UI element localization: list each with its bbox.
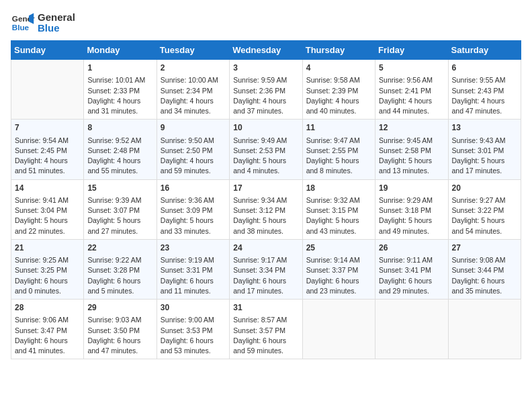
calendar-cell: 24Sunrise: 9:17 AM Sunset: 3:34 PM Dayli… [230,239,302,299]
day-number: 13 [452,122,517,134]
day-number: 2 [161,62,226,74]
col-header-thursday: Thursday [302,41,375,60]
calendar-cell: 14Sunrise: 9:41 AM Sunset: 3:04 PM Dayli… [11,179,84,239]
calendar-cell: 25Sunrise: 9:14 AM Sunset: 3:37 PM Dayli… [302,239,375,299]
day-detail: Sunrise: 10:01 AM Sunset: 2:33 PM Daylig… [87,75,152,116]
day-number: 28 [15,302,80,314]
day-number: 8 [87,122,152,134]
svg-text:Blue: Blue [12,23,30,32]
day-detail: Sunrise: 9:56 AM Sunset: 2:41 PM Dayligh… [379,75,444,116]
day-number: 6 [452,62,517,74]
calendar-cell: 27Sunrise: 9:08 AM Sunset: 3:44 PM Dayli… [448,239,521,299]
day-detail: Sunrise: 9:50 AM Sunset: 2:50 PM Dayligh… [161,136,226,177]
day-detail: Sunrise: 9:39 AM Sunset: 3:07 PM Dayligh… [87,195,152,236]
day-number: 16 [161,183,226,194]
day-detail: Sunrise: 9:32 AM Sunset: 3:15 PM Dayligh… [306,195,371,236]
calendar-cell: 8Sunrise: 9:52 AM Sunset: 2:48 PM Daylig… [84,120,157,179]
calendar-cell: 1Sunrise: 10:01 AM Sunset: 2:33 PM Dayli… [84,60,157,120]
day-number: 11 [306,122,371,134]
day-detail: Sunrise: 9:36 AM Sunset: 3:09 PM Dayligh… [161,195,226,236]
day-detail: Sunrise: 9:22 AM Sunset: 3:28 PM Dayligh… [87,255,152,296]
day-number: 15 [87,183,152,194]
day-detail: Sunrise: 9:43 AM Sunset: 3:01 PM Dayligh… [452,136,517,177]
day-number: 24 [233,242,298,254]
day-detail: Sunrise: 10:00 AM Sunset: 2:34 PM Daylig… [161,75,226,116]
calendar-cell: 12Sunrise: 9:45 AM Sunset: 2:58 PM Dayli… [375,120,448,179]
day-detail: Sunrise: 9:11 AM Sunset: 3:41 PM Dayligh… [379,255,444,296]
day-detail: Sunrise: 9:52 AM Sunset: 2:48 PM Dayligh… [87,136,152,177]
col-header-wednesday: Wednesday [230,41,302,60]
calendar-cell: 2Sunrise: 10:00 AM Sunset: 2:34 PM Dayli… [157,60,229,120]
day-number: 29 [87,302,152,314]
day-detail: Sunrise: 9:14 AM Sunset: 3:37 PM Dayligh… [306,255,371,296]
calendar-cell: 16Sunrise: 9:36 AM Sunset: 3:09 PM Dayli… [157,179,229,239]
day-number: 1 [87,62,152,74]
page-header: General Blue General Blue [11,11,521,35]
day-detail: Sunrise: 9:06 AM Sunset: 3:47 PM Dayligh… [15,315,80,356]
calendar-cell: 30Sunrise: 9:00 AM Sunset: 3:53 PM Dayli… [157,300,229,359]
day-number: 19 [379,183,444,194]
day-detail: Sunrise: 9:49 AM Sunset: 2:53 PM Dayligh… [233,136,298,177]
calendar-cell: 20Sunrise: 9:27 AM Sunset: 3:22 PM Dayli… [448,179,521,239]
day-number: 3 [233,62,298,74]
calendar-cell: 9Sunrise: 9:50 AM Sunset: 2:50 PM Daylig… [157,120,229,179]
day-detail: Sunrise: 9:59 AM Sunset: 2:36 PM Dayligh… [233,75,298,116]
calendar-cell [302,300,375,359]
day-detail: Sunrise: 9:34 AM Sunset: 3:12 PM Dayligh… [233,195,298,236]
day-detail: Sunrise: 9:41 AM Sunset: 3:04 PM Dayligh… [15,195,80,236]
day-number: 25 [306,242,371,254]
day-detail: Sunrise: 9:08 AM Sunset: 3:44 PM Dayligh… [452,255,517,296]
calendar-cell: 22Sunrise: 9:22 AM Sunset: 3:28 PM Dayli… [84,239,157,299]
calendar-cell: 26Sunrise: 9:11 AM Sunset: 3:41 PM Dayli… [375,239,448,299]
logo-icon: General Blue [11,11,35,35]
day-detail: Sunrise: 9:27 AM Sunset: 3:22 PM Dayligh… [452,195,517,236]
calendar-table: SundayMondayTuesdayWednesdayThursdayFrid… [11,40,521,359]
calendar-cell [375,300,448,359]
calendar-cell: 21Sunrise: 9:25 AM Sunset: 3:25 PM Dayli… [11,239,84,299]
calendar-cell: 11Sunrise: 9:47 AM Sunset: 2:55 PM Dayli… [302,120,375,179]
calendar-cell: 23Sunrise: 9:19 AM Sunset: 3:31 PM Dayli… [157,239,229,299]
day-detail: Sunrise: 9:29 AM Sunset: 3:18 PM Dayligh… [379,195,444,236]
calendar-cell: 5Sunrise: 9:56 AM Sunset: 2:41 PM Daylig… [375,60,448,120]
col-header-saturday: Saturday [448,41,521,60]
day-detail: Sunrise: 9:00 AM Sunset: 3:53 PM Dayligh… [161,315,226,356]
calendar-cell: 28Sunrise: 9:06 AM Sunset: 3:47 PM Dayli… [11,300,84,359]
calendar-cell: 31Sunrise: 8:57 AM Sunset: 3:57 PM Dayli… [230,300,302,359]
day-detail: Sunrise: 9:55 AM Sunset: 2:43 PM Dayligh… [452,75,517,116]
calendar-cell: 4Sunrise: 9:58 AM Sunset: 2:39 PM Daylig… [302,60,375,120]
col-header-sunday: Sunday [11,41,84,60]
logo-blue: Blue [38,23,75,34]
calendar-cell: 15Sunrise: 9:39 AM Sunset: 3:07 PM Dayli… [84,179,157,239]
calendar-cell: 29Sunrise: 9:03 AM Sunset: 3:50 PM Dayli… [84,300,157,359]
day-number: 14 [15,183,80,194]
day-number: 27 [452,242,517,254]
day-number: 9 [161,122,226,134]
calendar-cell: 10Sunrise: 9:49 AM Sunset: 2:53 PM Dayli… [230,120,302,179]
day-number: 7 [15,122,80,134]
day-detail: Sunrise: 9:47 AM Sunset: 2:55 PM Dayligh… [306,136,371,177]
col-header-tuesday: Tuesday [157,41,229,60]
day-number: 10 [233,122,298,134]
day-number: 17 [233,183,298,194]
col-header-monday: Monday [84,41,157,60]
day-detail: Sunrise: 9:25 AM Sunset: 3:25 PM Dayligh… [15,255,80,296]
day-number: 31 [233,302,298,314]
calendar-cell: 18Sunrise: 9:32 AM Sunset: 3:15 PM Dayli… [302,179,375,239]
calendar-cell: 17Sunrise: 9:34 AM Sunset: 3:12 PM Dayli… [230,179,302,239]
col-header-friday: Friday [375,41,448,60]
day-detail: Sunrise: 9:45 AM Sunset: 2:58 PM Dayligh… [379,136,444,177]
day-detail: Sunrise: 8:57 AM Sunset: 3:57 PM Dayligh… [233,315,298,356]
day-number: 23 [161,242,226,254]
day-number: 22 [87,242,152,254]
calendar-cell: 3Sunrise: 9:59 AM Sunset: 2:36 PM Daylig… [230,60,302,120]
day-number: 12 [379,122,444,134]
logo-general: General [38,12,75,24]
day-number: 26 [379,242,444,254]
day-detail: Sunrise: 9:19 AM Sunset: 3:31 PM Dayligh… [161,255,226,296]
day-detail: Sunrise: 9:54 AM Sunset: 2:45 PM Dayligh… [15,136,80,177]
day-number: 20 [452,183,517,194]
day-number: 5 [379,62,444,74]
day-number: 4 [306,62,371,74]
day-detail: Sunrise: 9:17 AM Sunset: 3:34 PM Dayligh… [233,255,298,296]
calendar-cell [448,300,521,359]
